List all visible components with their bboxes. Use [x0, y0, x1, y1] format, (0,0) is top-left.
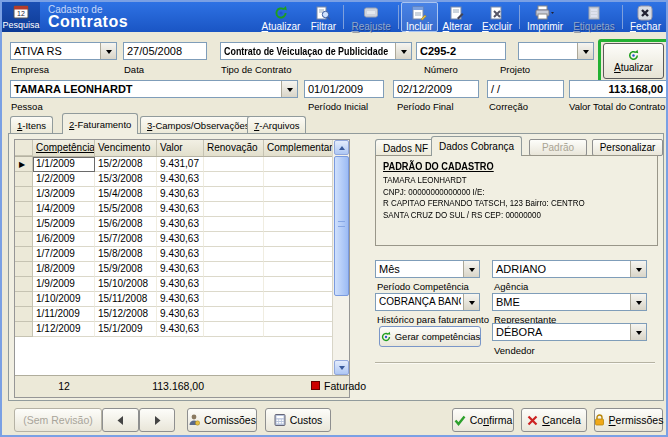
tab-arquivos[interactable]: 7-Arquivos	[247, 116, 306, 133]
column-header-valor[interactable]: Valor	[157, 140, 204, 156]
pesquisa-button[interactable]: 12 Pesquisa	[2, 2, 40, 32]
cell-valor[interactable]: 9.430,63	[157, 307, 204, 322]
sem-revisao-button[interactable]: (Sem Revisão)	[14, 408, 102, 432]
cell-competencia[interactable]: 1/3/2009	[33, 187, 95, 202]
cell-renovacao[interactable]	[204, 262, 264, 277]
cell-competencia[interactable]: 1/2/2009	[33, 172, 95, 187]
cell-valor[interactable]: 9.430,63	[157, 202, 204, 217]
scroll-down-button[interactable]	[334, 360, 349, 375]
cell-complementar[interactable]	[264, 187, 334, 202]
cell-complementar[interactable]	[264, 277, 334, 292]
tab-faturamento[interactable]: 2-Faturamento	[62, 113, 138, 134]
cell-renovacao[interactable]	[204, 217, 264, 232]
cell-renovacao[interactable]	[204, 277, 264, 292]
confirma-button[interactable]: Confirma	[452, 408, 514, 432]
cell-valor[interactable]: 9.430,63	[157, 262, 204, 277]
table-row[interactable]: 1/10/200915/11/20089.430,63	[15, 292, 334, 307]
table-row[interactable]: 1/2/200915/3/20089.430,63	[15, 172, 334, 187]
cell-vencimento[interactable]: 15/2/2008	[95, 157, 157, 172]
cell-competencia[interactable]: 1/8/2009	[33, 262, 95, 277]
vertical-scrollbar[interactable]	[332, 140, 349, 375]
fechar-toolbar-button[interactable]: Fechar	[625, 2, 666, 32]
table-row[interactable]: 1/1/200915/2/20089.431,07	[15, 157, 334, 172]
cell-vencimento[interactable]: 15/11/2008	[95, 292, 157, 307]
cell-competencia[interactable]: 1/5/2009	[33, 217, 95, 232]
numero-field[interactable]: C295-2	[416, 42, 506, 60]
cancela-button[interactable]: Cancela	[521, 408, 587, 432]
previous-button[interactable]	[102, 408, 139, 432]
table-row[interactable]: 1/5/200915/6/20089.430,63	[15, 217, 334, 232]
projeto-combo[interactable]	[518, 42, 594, 60]
table-row[interactable]: 1/7/200915/8/20089.430,63	[15, 247, 334, 262]
next-button[interactable]	[139, 408, 175, 432]
cell-renovacao[interactable]	[204, 172, 264, 187]
scroll-up-button[interactable]	[334, 140, 349, 155]
pessoa-combo[interactable]: TAMARA LEONHARDT	[10, 80, 298, 98]
cell-vencimento[interactable]: 15/3/2008	[95, 172, 157, 187]
cell-competencia[interactable]: 1/12/2009	[33, 322, 95, 337]
tipo-contrato-combo[interactable]: Contrato de Veiculaçao de Publicidade	[220, 42, 412, 60]
cell-renovacao[interactable]	[204, 202, 264, 217]
cell-competencia[interactable]: 1/1/2009	[33, 157, 95, 172]
atualizar-button[interactable]: Atualizar	[603, 43, 664, 79]
vendedor-combo[interactable]: DÉBORA	[492, 323, 647, 341]
dropdown-arrow-icon[interactable]	[630, 324, 646, 340]
table-row[interactable]: 1/12/200915/1/20099.430,63	[15, 322, 334, 337]
filtrar-toolbar-button[interactable]: Filtrar	[305, 2, 341, 32]
cell-competencia[interactable]: 1/7/2009	[33, 247, 95, 262]
cell-complementar[interactable]	[264, 172, 334, 187]
column-header-complementar[interactable]: Complementar	[264, 140, 334, 156]
cell-vencimento[interactable]: 15/12/2008	[95, 307, 157, 322]
cell-complementar[interactable]	[264, 202, 334, 217]
etiquetas-toolbar-button[interactable]: Etiquetas	[568, 2, 620, 32]
tab-itens[interactable]: 1-Itens	[10, 116, 53, 133]
cell-competencia[interactable]: 1/11/2009	[33, 307, 95, 322]
dropdown-arrow-icon[interactable]	[395, 43, 411, 59]
cell-vencimento[interactable]: 15/9/2008	[95, 262, 157, 277]
cell-competencia[interactable]: 1/6/2009	[33, 232, 95, 247]
imprimir-toolbar-button[interactable]: Imprimir	[522, 2, 568, 32]
cell-complementar[interactable]	[264, 232, 334, 247]
dropdown-arrow-icon[interactable]	[281, 81, 297, 97]
cell-vencimento[interactable]: 15/10/2008	[95, 277, 157, 292]
cell-valor[interactable]: 9.430,63	[157, 187, 204, 202]
correcao-field[interactable]: / /	[487, 80, 564, 98]
table-row[interactable]: 1/4/200915/5/20089.430,63	[15, 202, 334, 217]
cell-vencimento[interactable]: 15/1/2009	[95, 322, 157, 337]
cell-valor[interactable]: 9.430,63	[157, 247, 204, 262]
cell-complementar[interactable]	[264, 322, 334, 337]
cell-valor[interactable]: 9.430,63	[157, 232, 204, 247]
column-header-renovacao[interactable]: Renovação	[204, 140, 264, 156]
cell-vencimento[interactable]: 15/4/2008	[95, 187, 157, 202]
dropdown-arrow-icon[interactable]	[463, 294, 479, 310]
table-row[interactable]: 1/11/200915/12/20089.430,63	[15, 307, 334, 322]
cell-renovacao[interactable]	[204, 187, 264, 202]
scrollbar-thumb[interactable]	[334, 156, 349, 296]
periodo-inicial-field[interactable]: 01/01/2009	[304, 80, 384, 98]
cell-valor[interactable]: 9.430,63	[157, 322, 204, 337]
dropdown-arrow-icon[interactable]	[577, 43, 593, 59]
cell-vencimento[interactable]: 15/6/2008	[95, 217, 157, 232]
gerar-competencias-button[interactable]: Gerar competências	[379, 326, 481, 347]
table-row[interactable]: 1/9/200915/10/20089.430,63	[15, 277, 334, 292]
reajuste-toolbar-button[interactable]: Reajuste	[346, 2, 395, 32]
periodo-final-field[interactable]: 02/12/2009	[393, 80, 479, 98]
cell-renovacao[interactable]	[204, 247, 264, 262]
table-row[interactable]: 1/8/200915/9/20089.430,63	[15, 262, 334, 277]
dropdown-arrow-icon[interactable]	[630, 261, 646, 277]
cell-complementar[interactable]	[264, 217, 334, 232]
cell-vencimento[interactable]: 15/7/2008	[95, 232, 157, 247]
cell-renovacao[interactable]	[204, 232, 264, 247]
cell-valor[interactable]: 9.430,63	[157, 172, 204, 187]
representante-combo[interactable]: BME	[492, 293, 647, 311]
cell-vencimento[interactable]: 15/5/2008	[95, 202, 157, 217]
empresa-combo[interactable]: ATIVA RS	[10, 42, 117, 60]
cell-renovacao[interactable]	[204, 292, 264, 307]
cell-valor[interactable]: 9.431,07	[157, 157, 204, 172]
cell-competencia[interactable]: 1/4/2009	[33, 202, 95, 217]
incluir-toolbar-button[interactable]: Incluir	[401, 2, 438, 32]
dropdown-arrow-icon[interactable]	[463, 261, 479, 277]
comissoes-button[interactable]: Comissões	[187, 408, 257, 432]
dropdown-arrow-icon[interactable]	[630, 294, 646, 310]
cell-valor[interactable]: 9.430,63	[157, 217, 204, 232]
